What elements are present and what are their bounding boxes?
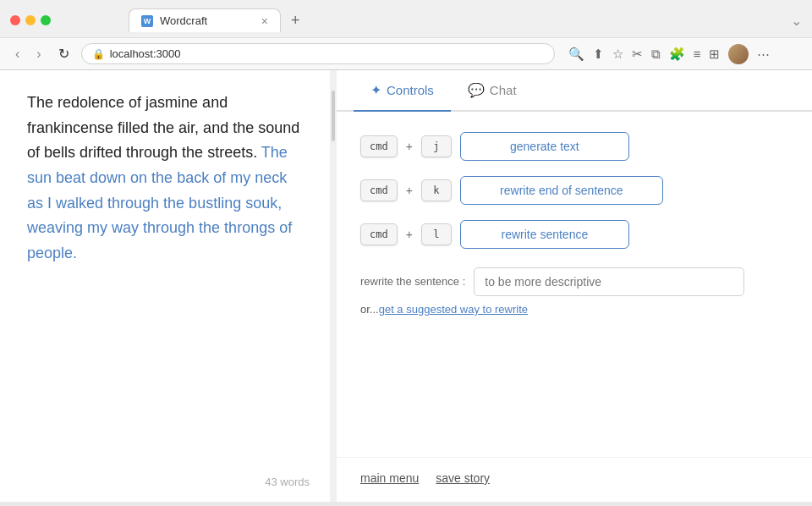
tab-controls-label: Controls <box>387 83 434 97</box>
save-story-button[interactable]: save story <box>436 471 490 485</box>
scrollbar-thumb[interactable] <box>332 91 335 141</box>
traffic-lights <box>10 15 51 25</box>
share-icon[interactable]: ⬆ <box>593 47 604 62</box>
text-editor[interactable]: The redolence of jasmine and frankincens… <box>0 70 330 502</box>
suggested-rewrite-link[interactable]: get a suggested way to rewrite <box>379 303 528 316</box>
j-key: j <box>421 135 452 157</box>
scrollbar[interactable] <box>330 70 337 502</box>
generate-text-button[interactable]: generate text <box>460 132 629 161</box>
browser-chrome: W Wordcraft × + ⌄ ‹ › ↻ 🔒 localhost:3000… <box>0 0 812 70</box>
panel-content: cmd + j generate text cmd + k rewrite en… <box>337 112 812 457</box>
plus-sign-2: + <box>406 184 413 197</box>
reading-list-icon[interactable]: ≡ <box>694 47 701 61</box>
bookmark-icon[interactable]: ☆ <box>612 47 623 62</box>
main-content: The redolence of jasmine and frankincens… <box>0 70 812 502</box>
controls-panel: ✦ Controls 💬 Chat cmd + j generate text … <box>337 70 812 502</box>
close-window-button[interactable] <box>10 15 20 25</box>
browser-tab[interactable]: W Wordcraft × <box>129 8 281 32</box>
tab-bar: W Wordcraft × + <box>61 8 371 32</box>
nav-bar: ‹ › ↻ 🔒 localhost:3000 🔍 ⬆ ☆ ✂ ⧉ 🧩 ≡ ⊞ ⋯ <box>0 37 812 69</box>
address-text: localhost:3000 <box>110 47 544 60</box>
zoom-icon[interactable]: 🔍 <box>568 47 584 62</box>
rewrite-label: rewrite the sentence : <box>360 267 465 289</box>
new-tab-button[interactable]: + <box>288 12 304 30</box>
panel-tabs: ✦ Controls 💬 Chat <box>337 70 812 112</box>
cmd-key-3: cmd <box>360 223 398 245</box>
editor-normal-text: The redolence of jasmine and frankincens… <box>27 94 299 161</box>
rewrite-section: rewrite the sentence : or...get a sugges… <box>360 267 788 316</box>
tab-close-button[interactable]: × <box>261 15 268 27</box>
address-bar[interactable]: 🔒 localhost:3000 <box>81 43 555 64</box>
panel-footer: main menu save story <box>337 457 812 502</box>
tab-chat-label: Chat <box>490 83 517 97</box>
editor-text[interactable]: The redolence of jasmine and frankincens… <box>27 91 303 267</box>
word-count: 43 words <box>265 476 310 488</box>
editor-highlighted-text: The sun beat down on the back of my neck… <box>27 144 292 261</box>
plus-sign-1: + <box>406 140 413 153</box>
shortcut-generate-text: cmd + j generate text <box>360 132 788 161</box>
rewrite-sentence-button[interactable]: rewrite sentence <box>460 220 629 249</box>
refresh-button[interactable]: ↻ <box>53 44 74 63</box>
lock-icon: 🔒 <box>92 48 105 60</box>
k-key: k <box>421 179 452 201</box>
forward-button[interactable]: › <box>31 45 46 63</box>
tab-chat[interactable]: 💬 Chat <box>451 70 534 112</box>
copy-icon[interactable]: ⧉ <box>651 47 661 62</box>
maximize-window-button[interactable] <box>41 15 51 25</box>
avatar[interactable] <box>728 44 749 64</box>
shortcut-rewrite-end: cmd + k rewrite end of sentence <box>360 176 788 205</box>
extensions-icon[interactable]: 🧩 <box>669 47 685 62</box>
cut-icon[interactable]: ✂ <box>632 47 643 62</box>
cmd-key-2: cmd <box>360 179 398 201</box>
cmd-key-1: cmd <box>360 135 398 157</box>
chat-icon: 💬 <box>468 82 485 98</box>
title-bar: W Wordcraft × + ⌄ <box>0 0 812 37</box>
plus-sign-3: + <box>406 228 413 241</box>
minimize-window-button[interactable] <box>25 15 36 25</box>
sparkle-icon: ✦ <box>370 82 381 98</box>
nav-actions: 🔍 ⬆ ☆ ✂ ⧉ 🧩 ≡ ⊞ ⋯ <box>568 44 771 64</box>
tab-title: Wordcraft <box>160 14 255 27</box>
browser-menu-button[interactable]: ⌄ <box>791 14 802 28</box>
rewrite-end-of-sentence-button[interactable]: rewrite end of sentence <box>460 176 663 205</box>
rewrite-input[interactable] <box>474 267 744 296</box>
more-options-icon[interactable]: ⋯ <box>757 47 770 62</box>
shortcut-rewrite-sentence: cmd + l rewrite sentence <box>360 220 788 249</box>
rewrite-prefix: or... <box>360 303 379 316</box>
tab-controls[interactable]: ✦ Controls <box>354 70 451 112</box>
rewrite-label-row: rewrite the sentence : <box>360 267 788 296</box>
l-key: l <box>421 223 452 245</box>
main-menu-button[interactable]: main menu <box>360 471 419 485</box>
sidebar-icon[interactable]: ⊞ <box>709 47 720 62</box>
back-button[interactable]: ‹ <box>10 45 25 63</box>
tab-favicon-icon: W <box>141 15 153 27</box>
rewrite-link-row: or...get a suggested way to rewrite <box>360 303 788 316</box>
